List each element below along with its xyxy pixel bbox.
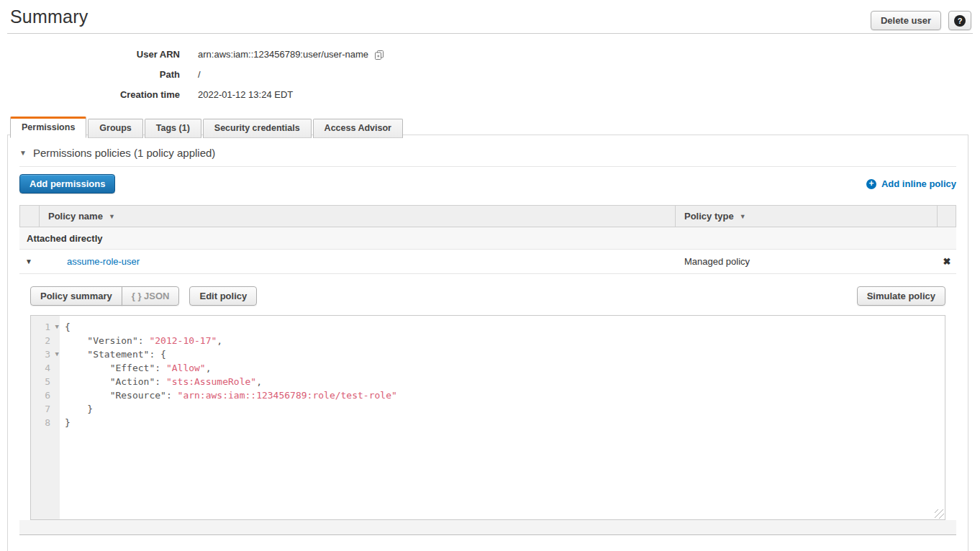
editor-gutter: 1▼23▼45678 xyxy=(31,316,60,519)
gutter-line-number: 8 xyxy=(31,416,60,429)
user-details: User ARN arn:aws:iam::123456789:user/use… xyxy=(0,49,385,109)
gutter-line-number: 3▼ xyxy=(31,347,60,361)
permissions-policies-heading: ▼ Permissions policies (1 policy applied… xyxy=(19,147,956,159)
detail-row-creation-time: Creation time 2022-01-12 13:24 EDT xyxy=(0,89,385,101)
plus-icon: + xyxy=(866,179,876,189)
edit-policy-button[interactable]: Edit policy xyxy=(189,286,257,306)
header-spacer-cell xyxy=(20,206,39,227)
policy-table: Policy name ▼ Policy type ▼ Attached dir… xyxy=(19,205,956,535)
simulate-policy-button[interactable]: Simulate policy xyxy=(857,286,945,306)
code-line[interactable]: "Version": "2012-10-17", xyxy=(65,334,945,347)
editor-resize-handle[interactable] xyxy=(935,509,944,519)
policy-view-buttons: Policy summary { } JSON Edit policy Simu… xyxy=(19,286,956,306)
editor-code-area[interactable]: { "Version": "2012-10-17", "Statement": … xyxy=(60,316,945,429)
gutter-line-number: 5 xyxy=(31,375,60,388)
iam-user-summary-page: Summary Delete user ? User ARN arn:aws:i… xyxy=(0,0,980,551)
policy-name-header-label: Policy name xyxy=(48,211,103,222)
attached-directly-group-row: Attached directly xyxy=(19,227,956,250)
policy-name-column-header[interactable]: Policy name ▼ xyxy=(39,206,675,227)
header-actions: Delete user ? xyxy=(871,11,971,30)
permissions-policies-heading-text: Permissions policies (1 policy applied) xyxy=(33,147,215,159)
json-editor[interactable]: 1▼23▼45678 { "Version": "2012-10-17", "S… xyxy=(30,315,945,520)
policy-detail-panel: Policy summary { } JSON Edit policy Simu… xyxy=(19,274,956,535)
detail-row-path: Path / xyxy=(0,69,385,81)
creation-time-label: Creation time xyxy=(0,89,180,101)
policy-row: ▼ assume-role-user Managed policy ✖ xyxy=(19,250,956,274)
policy-type-value: Managed policy xyxy=(676,256,938,267)
path-value: / xyxy=(198,69,201,81)
user-arn-label: User ARN xyxy=(0,49,180,60)
tab-security-credentials[interactable]: Security credentials xyxy=(203,119,312,138)
json-view-button[interactable]: { } JSON xyxy=(122,286,180,306)
user-arn-value: arn:aws:iam::123456789:user/user-name xyxy=(198,49,368,60)
gutter-line-number: 1▼ xyxy=(31,320,60,334)
permissions-tab-panel: ▼ Permissions policies (1 policy applied… xyxy=(7,135,968,551)
page-title: Summary xyxy=(10,6,88,27)
user-arn-value-wrap: arn:aws:iam::123456789:user/user-name xyxy=(198,49,385,60)
add-inline-policy-label: Add inline policy xyxy=(881,178,956,189)
policy-summary-button[interactable]: Policy summary xyxy=(30,286,122,306)
collapse-caret-icon[interactable]: ▼ xyxy=(19,149,27,157)
sort-caret-icon[interactable]: ▼ xyxy=(109,213,115,220)
header-action-cell xyxy=(937,206,956,227)
path-label: Path xyxy=(0,69,180,81)
policy-actions-row: Add permissions + Add inline policy xyxy=(19,174,956,193)
tab-bar: Permissions Groups Tags (1) Security cre… xyxy=(10,116,403,137)
gutter-line-number: 4 xyxy=(31,361,60,375)
code-line[interactable]: "Statement": { xyxy=(65,347,945,361)
gutter-line-number: 2 xyxy=(31,334,60,347)
code-line[interactable]: "Resource": "arn:aws:iam::123456789:role… xyxy=(65,388,945,402)
creation-time-value: 2022-01-12 13:24 EDT xyxy=(198,89,293,101)
fold-caret-icon[interactable]: ▼ xyxy=(55,347,59,361)
fold-caret-icon[interactable]: ▼ xyxy=(55,320,59,334)
policy-type-column-header[interactable]: Policy type ▼ xyxy=(675,206,937,227)
add-inline-policy-link[interactable]: + Add inline policy xyxy=(866,178,956,189)
question-mark-icon: ? xyxy=(954,15,966,27)
detail-row-user-arn: User ARN arn:aws:iam::123456789:user/use… xyxy=(0,49,385,60)
code-line[interactable]: { xyxy=(65,320,945,334)
heading-divider xyxy=(19,166,956,167)
tab-access-advisor[interactable]: Access Advisor xyxy=(313,119,403,138)
code-line[interactable]: "Action": "sts:AssumeRole", xyxy=(65,375,945,388)
code-line[interactable]: } xyxy=(65,416,945,429)
copy-icon[interactable] xyxy=(374,50,385,60)
remove-policy-icon[interactable]: ✖ xyxy=(938,256,956,267)
delete-user-button[interactable]: Delete user xyxy=(871,11,941,30)
policy-type-header-label: Policy type xyxy=(684,211,734,222)
tab-groups[interactable]: Groups xyxy=(88,119,142,138)
tab-tags[interactable]: Tags (1) xyxy=(145,119,201,138)
policy-table-header: Policy name ▼ Policy type ▼ xyxy=(19,205,956,227)
gutter-line-number: 6 xyxy=(31,388,60,402)
tab-permissions[interactable]: Permissions xyxy=(10,117,86,138)
code-line[interactable]: "Effect": "Allow", xyxy=(65,361,945,375)
editor-footer-strip xyxy=(19,520,956,535)
code-line[interactable]: } xyxy=(65,402,945,416)
add-permissions-button[interactable]: Add permissions xyxy=(19,174,115,193)
header-divider xyxy=(7,33,973,34)
sort-caret-icon[interactable]: ▼ xyxy=(740,213,746,220)
view-toggle-group: Policy summary { } JSON xyxy=(30,286,179,306)
row-expander-caret-icon[interactable]: ▼ xyxy=(19,258,38,265)
policy-name-link[interactable]: assume-role-user xyxy=(38,256,676,267)
help-button[interactable]: ? xyxy=(948,11,971,30)
gutter-line-number: 7 xyxy=(31,402,60,416)
